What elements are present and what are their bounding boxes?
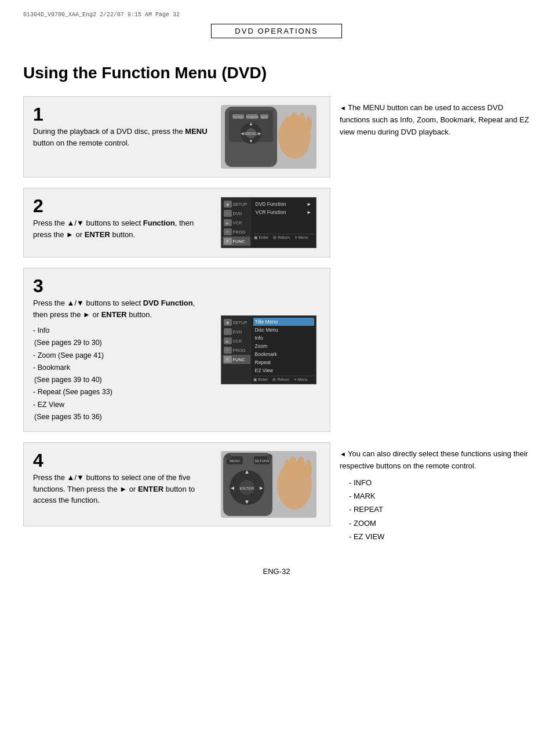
step-3-sidebar: ⚙ SETUP ○ DVD ▶ VCR — [221, 316, 252, 384]
svg-text:▼: ▼ — [249, 139, 253, 144]
menu-item-disc: Disc Menu — [253, 326, 314, 334]
svg-text:◄: ◄ — [240, 131, 245, 136]
step-2-menu-screen: ⚙ SETUP ○ DVD ▶ VCR — [221, 197, 316, 248]
svg-point-18 — [306, 116, 312, 132]
note-zoom: - ZOOM — [349, 517, 530, 530]
step-1-note: The MENU button can be used to access DV… — [340, 96, 530, 138]
step-4-box: 4 Press the ▲/▼ buttons to select one of… — [23, 442, 330, 526]
menu-item-ezview: EZ View — [253, 366, 314, 375]
step-2-text: Press the ▲/▼ buttons to select Function… — [33, 217, 209, 240]
svg-point-19 — [284, 116, 291, 132]
sublist-ezview-pages: (See pages 35 to 36) — [33, 411, 209, 423]
svg-text:MENU: MENU — [230, 459, 240, 463]
page-number: ENG-32 — [263, 567, 290, 576]
step-3-menu-content: Title Menu Disc Menu Info Zoom Bookmark … — [252, 316, 316, 384]
step-1-text: During the playback of a DVD disc, press… — [33, 126, 209, 148]
note-repeat: - REPEAT — [349, 503, 530, 516]
step-4-text: Press the ▲/▼ buttons to select one of t… — [33, 472, 209, 506]
setup-icon: ⚙ — [224, 201, 232, 208]
svg-text:►: ► — [259, 485, 264, 491]
svg-point-26 — [267, 454, 272, 460]
step-2-sidebar: ⚙ SETUP ○ DVD ▶ VCR — [221, 198, 252, 248]
prog-icon: P — [224, 228, 232, 235]
svg-text:AUD: AUD — [261, 115, 268, 119]
step-3-sublist: - Info (See pages 29 to 30) - Zoom (See … — [33, 325, 209, 423]
sidebar-vcr: ▶ VCR — [223, 218, 250, 227]
step-4-remote: MENU RETURN ENTER ▲ ▼ ◄ — [221, 451, 316, 518]
sublist-info: - Info — [33, 325, 209, 337]
s3-sidebar-dvd: ○ DVD — [223, 327, 250, 336]
file-header: 01304D_V9700_XAA_Eng2 2/22/07 9:15 AM Pa… — [23, 12, 530, 18]
menu-item-info: Info — [253, 334, 314, 342]
step-1-number: 1 — [33, 105, 209, 123]
step-3-content: 3 Press the ▲/▼ buttons to select DVD Fu… — [33, 277, 209, 423]
svg-text:TV VOL: TV VOL — [233, 115, 243, 119]
svg-text:▲: ▲ — [249, 121, 253, 126]
sublist-bookmark-pages: (See pages 39 to 40) — [33, 374, 209, 386]
step-3-image: ⚙ SETUP ○ DVD ▶ VCR — [216, 277, 321, 423]
sublist-repeat: - Repeat (See pages 33) — [33, 386, 209, 398]
step-1-note-text: The MENU button can be used to access DV… — [340, 103, 529, 136]
note-info: - INFO — [349, 476, 530, 489]
s3-sidebar-func-active: F FUNC — [223, 355, 250, 364]
step-4-image: MENU RETURN ENTER ▲ ▼ ◄ — [216, 451, 321, 518]
s3-sidebar-prog: P PROG — [223, 346, 250, 355]
svg-text:◄: ◄ — [230, 485, 235, 491]
step-4-note-header: You can also directly select these funct… — [340, 448, 530, 472]
svg-point-17 — [299, 112, 305, 131]
note-mark: - MARK — [349, 489, 530, 503]
step-4-note: You can also directly select these funct… — [340, 442, 530, 544]
menu-item-bookmark: Bookmark — [253, 350, 314, 358]
step-1-remote: TV VOL TV MUTE AUD MENU ▲ ▼ ◄ ► — [221, 105, 316, 169]
note-ezview: - EZ VIEW — [349, 530, 530, 543]
step-1-row: 1 During the playback of a DVD disc, pre… — [23, 96, 530, 177]
menu-item-repeat: Repeat — [253, 358, 314, 366]
svg-text:MENU: MENU — [244, 131, 258, 136]
page-title: Using the Function Menu (DVD) — [23, 64, 530, 82]
step-4-content: 4 Press the ▲/▼ buttons to select one of… — [33, 451, 209, 518]
svg-text:▲: ▲ — [244, 468, 250, 475]
step-3-text: Press the ▲/▼ buttons to select DVD Func… — [33, 297, 209, 320]
remote-control-svg: TV VOL TV MUTE AUD MENU ▲ ▼ ◄ ► — [222, 106, 315, 168]
section-title-box: DVD Operations — [211, 24, 341, 38]
step-2-row: 2 Press the ▲/▼ buttons to select Functi… — [23, 188, 530, 257]
step-1-image: TV VOL TV MUTE AUD MENU ▲ ▼ ◄ ► — [216, 105, 321, 169]
svg-text:►: ► — [257, 131, 262, 136]
svg-point-37 — [305, 460, 312, 478]
step-4-note-list: - INFO - MARK - REPEAT - ZOOM - EZ VIEW — [349, 476, 530, 544]
page-footer: ENG-32 — [23, 567, 530, 576]
sidebar-dvd: ○ DVD — [223, 209, 250, 218]
step-3-box: 3 Press the ▲/▼ buttons to select DVD Fu… — [23, 268, 330, 432]
step-1-box: 1 During the playback of a DVD disc, pre… — [23, 96, 330, 177]
sublist-ezview: - EZ View — [33, 399, 209, 411]
step-4-number: 4 — [33, 451, 209, 470]
step-2-footer: ▣ Enter ⊞ Return ≡ Menu — [254, 234, 314, 240]
s3-sidebar-setup: ⚙ SETUP — [223, 318, 250, 327]
step-2-menu-content: DVD Function► VCR Function► ▣ Enter ⊞ Re… — [252, 198, 316, 248]
svg-point-38 — [283, 460, 290, 478]
section-title: DVD Operations — [235, 27, 318, 35]
step-3-number: 3 — [33, 277, 209, 295]
menu-spacer-2 — [254, 216, 314, 234]
svg-text:TV MUTE: TV MUTE — [246, 115, 259, 119]
dvd-icon: ○ — [224, 210, 232, 217]
step-3-menu-screen: ⚙ SETUP ○ DVD ▶ VCR — [221, 315, 316, 384]
svg-text:ENTER: ENTER — [239, 486, 254, 491]
step-2-image: ⚙ SETUP ○ DVD ▶ VCR — [216, 197, 321, 249]
menu-item-zoom: Zoom — [253, 342, 314, 350]
step-2-content: 2 Press the ▲/▼ buttons to select Functi… — [33, 197, 209, 249]
step-1-content: 1 During the playback of a DVD disc, pre… — [33, 105, 209, 169]
svg-point-36 — [297, 456, 305, 477]
menu-item-title: Title Menu — [253, 318, 314, 326]
sublist-zoom: - Zoom (See page 41) — [33, 350, 209, 362]
svg-point-16 — [290, 112, 299, 133]
svg-text:RETURN: RETURN — [255, 459, 270, 463]
sublist-bookmark: - Bookmark — [33, 362, 209, 374]
menu-row-vcr-func: VCR Function► — [254, 208, 314, 216]
step-2-box: 2 Press the ▲/▼ buttons to select Functi… — [23, 188, 330, 257]
step-3-footer: ▣ Enter ⊞ Return ≡ Menu — [253, 376, 314, 382]
step-4-row: 4 Press the ▲/▼ buttons to select one of… — [23, 442, 530, 544]
svg-point-23 — [225, 454, 231, 460]
steps-container: 1 During the playback of a DVD disc, pre… — [23, 96, 530, 544]
menu-row-dvd-func: DVD Function► — [254, 200, 314, 208]
